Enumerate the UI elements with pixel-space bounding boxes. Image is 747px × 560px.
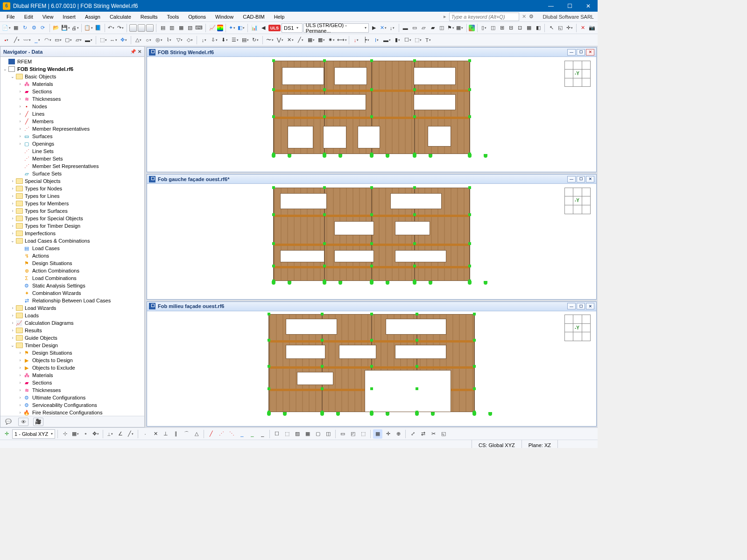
- snap-grid-icon[interactable]: ▦: [70, 429, 80, 439]
- s6-icon[interactable]: △: [192, 429, 201, 439]
- menu-edit[interactable]: Edit: [20, 13, 38, 21]
- tree-item[interactable]: ›⁂Materials: [0, 371, 144, 379]
- hinge-icon[interactable]: ○: [144, 35, 153, 45]
- cube-icon[interactable]: ◧: [237, 23, 245, 33]
- m3-icon[interactable]: ⋱: [227, 429, 236, 439]
- tree-item[interactable]: ⋰Line Sets: [0, 147, 144, 155]
- opening-icon[interactable]: ▢: [63, 35, 73, 45]
- tree-item[interactable]: ΣLoad Combinations: [0, 274, 144, 282]
- area-load-icon[interactable]: ▤: [240, 35, 250, 45]
- table-b-icon[interactable]: ▥: [168, 23, 176, 33]
- origin-icon[interactable]: ✛: [2, 429, 11, 439]
- ortho-icon[interactable]: ⟂: [106, 429, 115, 439]
- tree-item[interactable]: ⚑Design Situations: [0, 259, 144, 267]
- tree-item[interactable]: ›Types for Surfaces: [0, 207, 144, 215]
- open-icon[interactable]: 📂: [52, 23, 60, 33]
- tree-item[interactable]: ›Loads: [0, 312, 144, 319]
- tree-item[interactable]: ›≋Thicknesses: [0, 386, 144, 394]
- axis-widget[interactable]: -Y: [564, 188, 591, 214]
- gradient-icon[interactable]: [217, 25, 223, 31]
- mirror-icon[interactable]: ⇄: [418, 429, 428, 439]
- refine-icon[interactable]: ▩: [317, 35, 326, 45]
- tree-item[interactable]: ›▢Openings: [0, 140, 144, 147]
- tree-item[interactable]: ›▰Sections: [0, 88, 144, 95]
- g1-icon[interactable]: ☐: [272, 429, 282, 439]
- layout4-icon[interactable]: ⊟: [507, 23, 515, 33]
- m5-icon[interactable]: ⎯: [247, 429, 257, 439]
- tree-item[interactable]: ›⋰Member Representatives: [0, 125, 144, 133]
- iso-icon[interactable]: ◱: [439, 429, 448, 439]
- m6-icon[interactable]: ⎯: [258, 429, 267, 439]
- f7-icon[interactable]: ▦: [456, 23, 464, 33]
- menu-window[interactable]: Window: [211, 13, 238, 21]
- m4-icon[interactable]: ⎯: [237, 429, 247, 439]
- v-icon[interactable]: ⋁: [275, 35, 285, 45]
- menu-options[interactable]: Options: [183, 13, 211, 21]
- redo-icon[interactable]: ↷: [116, 23, 124, 33]
- point-load-icon[interactable]: ↓: [352, 35, 361, 45]
- x-icon[interactable]: ✕: [286, 35, 295, 45]
- view-min-icon[interactable]: —: [567, 49, 576, 56]
- block-icon[interactable]: ▮: [393, 35, 402, 45]
- load-arrow-icon[interactable]: ↓: [388, 23, 396, 33]
- edge-support-icon[interactable]: ▽: [175, 35, 184, 45]
- axes-icon[interactable]: ✛: [565, 23, 573, 33]
- eye-icon[interactable]: 👁: [18, 418, 28, 426]
- release-icon[interactable]: ◎: [154, 35, 163, 45]
- tree-item[interactable]: ›Types for Timber Design: [0, 222, 144, 230]
- red-x-icon[interactable]: ✕: [578, 23, 586, 33]
- tree-item[interactable]: ⊕Action Combinations: [0, 267, 144, 274]
- coord-system-combo[interactable]: 1 - Global XYZ: [12, 429, 55, 439]
- search-input[interactable]: [449, 13, 519, 21]
- tree-item[interactable]: ›📈Calculation Diagrams: [0, 319, 144, 327]
- menu-results[interactable]: Results: [136, 13, 162, 21]
- solid-icon[interactable]: ▬: [84, 35, 93, 45]
- wave-icon[interactable]: 〜: [265, 35, 275, 45]
- f3-icon[interactable]: ▱: [419, 23, 427, 33]
- menu-tools[interactable]: Tools: [162, 13, 183, 21]
- box-icon[interactable]: ☐: [403, 35, 412, 45]
- menu-file[interactable]: File: [2, 13, 20, 21]
- g4-icon[interactable]: ▦: [303, 429, 312, 439]
- section-i-icon[interactable]: I: [372, 35, 381, 45]
- f1-icon[interactable]: ▬: [402, 23, 409, 33]
- layout7-icon[interactable]: ◧: [534, 23, 542, 33]
- tree-item[interactable]: ›Special Objects: [0, 177, 144, 185]
- tree-item[interactable]: ›Results: [0, 327, 144, 334]
- axis-icon[interactable]: ✦: [228, 23, 236, 33]
- tree-item[interactable]: ›▭Surfaces: [0, 133, 144, 140]
- beam-icon[interactable]: ⎯: [33, 35, 42, 45]
- line-icon[interactable]: ╱: [12, 35, 21, 45]
- keyboard-icon[interactable]: ⌨: [195, 23, 203, 33]
- select-icon[interactable]: ⬚: [99, 35, 108, 45]
- f5-icon[interactable]: ◫: [437, 23, 445, 33]
- tree-item[interactable]: ▤Load Cases: [0, 245, 144, 252]
- f2-icon[interactable]: ▭: [410, 23, 418, 33]
- grid-mesh-icon[interactable]: ▦: [306, 35, 316, 45]
- text-icon[interactable]: T: [423, 35, 433, 45]
- tree-item[interactable]: ›Types for Nodes: [0, 185, 144, 192]
- print-icon[interactable]: 🖨: [71, 23, 79, 33]
- close-button[interactable]: ✕: [579, 0, 598, 12]
- tree-item[interactable]: ›▶Objects to Design: [0, 357, 144, 364]
- tree-item[interactable]: RFEM: [0, 58, 144, 65]
- undo-icon[interactable]: ↶: [107, 23, 115, 33]
- tree-item[interactable]: ⋰Member Sets: [0, 155, 144, 162]
- edge-release-icon[interactable]: ◇: [185, 35, 194, 45]
- menu-calculate[interactable]: Calculate: [105, 13, 136, 21]
- new-file-icon[interactable]: 📄: [2, 23, 11, 33]
- view-close-icon[interactable]: ✕: [586, 49, 594, 56]
- tree-item[interactable]: ›Types for Special Objects: [0, 215, 144, 222]
- arrow-down3-icon[interactable]: ⬇: [220, 35, 229, 45]
- view-min-icon[interactable]: —: [567, 303, 576, 309]
- locate-icon[interactable]: ⊕: [394, 429, 403, 439]
- axis-widget[interactable]: -Y: [564, 61, 591, 87]
- copy-icon[interactable]: 📋: [84, 23, 93, 33]
- menu-view[interactable]: View: [38, 13, 58, 21]
- tree-item[interactable]: ›🔥Fire Resistance Configurations: [0, 409, 144, 416]
- m1-icon[interactable]: ╱: [206, 429, 216, 439]
- angle-icon[interactable]: ∠: [116, 429, 125, 439]
- crosshair-icon[interactable]: ✛: [383, 429, 393, 439]
- view-close-icon[interactable]: ✕: [586, 176, 594, 182]
- forces-x-icon[interactable]: ✕: [379, 23, 387, 33]
